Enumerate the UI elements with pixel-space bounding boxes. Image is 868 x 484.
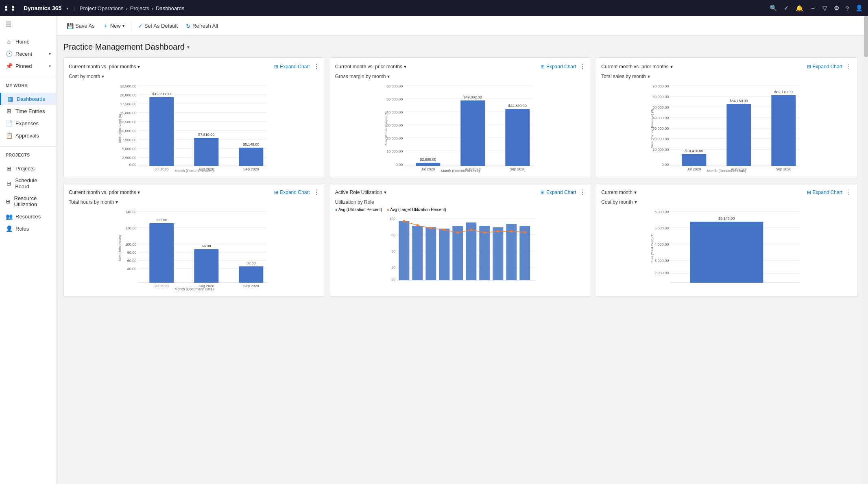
scrollbar-track[interactable] — [864, 16, 868, 484]
new-button[interactable]: ＋ New ▾ — [100, 20, 128, 32]
user-icon[interactable]: 👤 — [855, 4, 863, 12]
chart-filter-label-3: Current month vs. prior months — [601, 64, 668, 70]
bell-icon[interactable]: 🔔 — [796, 4, 803, 12]
svg-text:4,000.00: 4,000.00 — [655, 242, 669, 246]
schedule-board-icon: ⊟ — [6, 180, 12, 187]
refresh-all-button[interactable]: ↻ Refresh All — [183, 21, 221, 31]
sidebar-item-pinned[interactable]: 📌 Pinned ▾ — [0, 60, 57, 72]
projects-section: ⊞ Projects ⊟ Schedule Board ⊞ Resource U… — [0, 159, 57, 238]
sidebar-item-resource-utilization[interactable]: ⊞ Resource Utilization — [0, 192, 57, 210]
svg-point-125 — [430, 227, 432, 229]
scrollbar-thumb[interactable] — [864, 16, 868, 57]
sidebar-item-approvals[interactable]: 📋 Approvals — [0, 129, 57, 142]
sidebar-resource-label: Resource Utilization — [14, 195, 51, 207]
svg-text:Sep 2020: Sep 2020 — [510, 167, 526, 171]
svg-text:Jul 2020: Jul 2020 — [421, 167, 435, 171]
my-work-section: ▦ Dashboards ⊞ Time Entries 📄 Expenses 📋… — [0, 89, 57, 145]
chart-filter-1[interactable]: Current month vs. prior months ▾ — [69, 64, 140, 70]
svg-text:70,000.00: 70,000.00 — [653, 84, 669, 88]
breadcrumb-projects[interactable]: Projects — [130, 5, 149, 11]
new-chevron-icon: ▾ — [122, 24, 124, 28]
sidebar-expenses-label: Expenses — [15, 120, 39, 126]
sidebar-item-expenses[interactable]: 📄 Expenses — [0, 117, 57, 129]
sidebar-item-recent[interactable]: 🕐 Recent ▾ — [0, 48, 57, 60]
checklist-icon[interactable]: ✓ — [784, 4, 789, 12]
svg-rect-114 — [412, 226, 423, 280]
sidebar-top-section: ⌂ Home 🕐 Recent ▾ 📌 Pinned ▾ — [0, 32, 57, 75]
more-options-2[interactable]: ⋮ — [579, 63, 586, 70]
approvals-icon: 📋 — [6, 132, 12, 139]
sidebar-roles-label: Roles — [15, 226, 29, 232]
expand-chart-3[interactable]: ⊞ Expand Chart — [807, 64, 842, 70]
svg-text:50,000.00: 50,000.00 — [386, 97, 403, 101]
chart-filter-2[interactable]: Current month vs. prior months ▾ — [335, 64, 406, 70]
svg-point-126 — [443, 229, 445, 231]
dashboard-title-row: Practice Management Dashboard ▾ — [63, 42, 857, 52]
chart-header-2: Current month vs. prior months ▾ ⊞ Expan… — [335, 63, 586, 70]
search-icon[interactable]: 🔍 — [770, 4, 777, 12]
brand-chevron[interactable]: ▾ — [66, 6, 68, 11]
more-options-4[interactable]: ⋮ — [313, 188, 320, 196]
expand-chart-1[interactable]: ⊞ Expand Chart — [274, 64, 310, 70]
plus-icon[interactable]: ＋ — [810, 4, 816, 12]
dashboard-title-chevron-icon[interactable]: ▾ — [187, 44, 190, 50]
dashboard-title: Practice Management Dashboard — [63, 42, 185, 52]
chart-actions-3: ⊞ Expand Chart ⋮ — [807, 63, 852, 70]
svg-text:$42,820.00: $42,820.00 — [508, 104, 526, 108]
svg-text:117.00: 117.00 — [156, 218, 168, 222]
svg-rect-144 — [690, 222, 763, 283]
brand-name[interactable]: Dynamics 365 — [24, 5, 61, 11]
help-icon[interactable]: ? — [846, 5, 849, 12]
sidebar-item-home[interactable]: ⌂ Home — [0, 35, 57, 48]
svg-text:0.00: 0.00 — [662, 163, 669, 167]
x-axis-label-1: Month (Document Date) — [69, 169, 320, 173]
chart-filter-4[interactable]: Current month vs. prior months ▾ — [69, 190, 140, 195]
expand-chart-4[interactable]: ⊞ Expand Chart — [274, 190, 310, 195]
sidebar-item-resources[interactable]: 👥 Resources — [0, 210, 57, 222]
sidebar-item-time-entries[interactable]: ⊞ Time Entries — [0, 105, 57, 117]
svg-text:$19,290.00: $19,290.00 — [153, 92, 171, 96]
svg-rect-22 — [194, 138, 218, 166]
svg-rect-117 — [452, 226, 463, 280]
svg-text:$5,148.00: $5,148.00 — [719, 216, 735, 220]
chart-filter-3[interactable]: Current month vs. prior months ▾ — [601, 64, 672, 70]
resource-util-icon: ⊞ — [6, 198, 11, 205]
app-grid-icon[interactable] — [5, 6, 19, 11]
pin-icon: 📌 — [6, 63, 12, 69]
time-entries-icon: ⊞ — [6, 108, 12, 114]
chart-header-1: Current month vs. prior months ▾ ⊞ Expan… — [69, 63, 320, 70]
hamburger-icon[interactable]: ☰ — [0, 16, 57, 32]
svg-text:40: 40 — [391, 266, 395, 270]
more-options-1[interactable]: ⋮ — [313, 63, 320, 70]
toolbar: 💾 Save As ＋ New ▾ ✓ Set As Default ↻ Ref… — [57, 16, 864, 36]
chart-header-4: Current month vs. prior months ▾ ⊞ Expan… — [69, 188, 320, 196]
chart-svg-cost: 22,500.00 20,000.00 17,500.00 15,000.00 … — [69, 82, 320, 173]
more-options-3[interactable]: ⋮ — [846, 63, 852, 70]
more-options-6[interactable]: ⋮ — [846, 188, 852, 196]
expand-chart-6[interactable]: ⊞ Expand Chart — [807, 190, 842, 195]
expand-label-4: Expand Chart — [280, 190, 310, 195]
save-as-button[interactable]: 💾 Save As — [63, 21, 98, 31]
breadcrumb-project-operations[interactable]: Project Operations — [80, 5, 124, 11]
subtitle-chevron-4: ▾ — [116, 199, 118, 205]
chart-filter-5[interactable]: Active Role Utilization ▾ — [335, 190, 386, 195]
top-nav-icons: 🔍 ✓ 🔔 ＋ ▽ ⚙ ? 👤 — [770, 4, 863, 12]
more-options-5[interactable]: ⋮ — [579, 188, 586, 196]
svg-text:60,000.00: 60,000.00 — [653, 95, 669, 99]
sidebar-item-roles[interactable]: 👤 Roles — [0, 222, 57, 235]
svg-text:10,000.00: 10,000.00 — [653, 148, 669, 152]
sidebar-item-projects[interactable]: ⊞ Projects — [0, 162, 57, 174]
settings-icon[interactable]: ⚙ — [834, 4, 839, 12]
expand-chart-5[interactable]: ⊞ Expand Chart — [541, 190, 576, 195]
chart-filter-chevron-6: ▾ — [634, 190, 637, 195]
sidebar-recent-label: Recent — [15, 51, 32, 57]
chart-filter-6[interactable]: Current month ▾ — [601, 190, 637, 195]
svg-text:60,000.00: 60,000.00 — [386, 84, 403, 88]
expand-chart-2[interactable]: ⊞ Expand Chart — [541, 64, 576, 70]
svg-rect-93 — [149, 223, 174, 283]
set-default-button[interactable]: ✓ Set As Default — [135, 21, 181, 31]
chart-filter-label-4: Current month vs. prior months — [69, 190, 136, 195]
sidebar-item-schedule-board[interactable]: ⊟ Schedule Board — [0, 174, 57, 192]
filter-icon[interactable]: ▽ — [822, 4, 827, 12]
sidebar-item-dashboards[interactable]: ▦ Dashboards — [0, 93, 57, 105]
